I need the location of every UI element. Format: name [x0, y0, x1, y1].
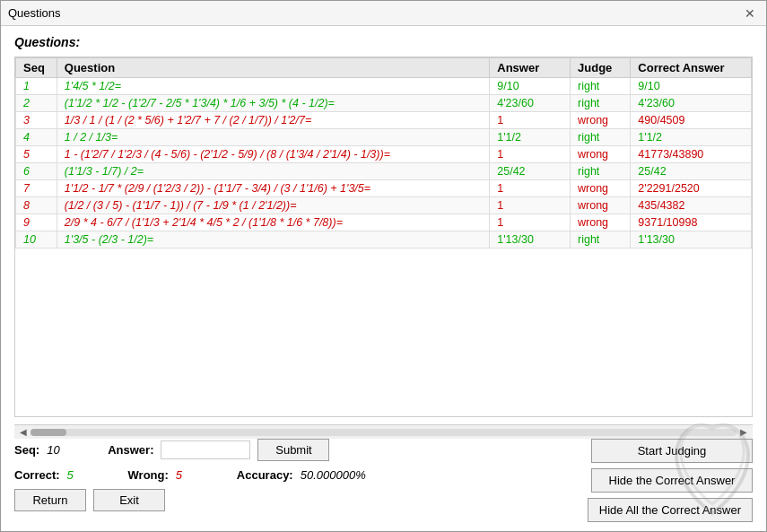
col-header-answer: Answer	[490, 58, 571, 78]
table-header-row: Seq Question Answer Judge Correct Answer	[16, 58, 752, 78]
cell-question: 1 / 2 / 1/3=	[57, 129, 489, 146]
table-row: 10 1'3/5 - (2/3 - 1/2)= 1'13/30 right 1'…	[16, 231, 752, 249]
cell-correct: 2'2291/2520	[631, 180, 752, 197]
cell-answer: 9/10	[490, 78, 571, 95]
cell-correct: 9371/10998	[631, 214, 752, 231]
questions-header: Questions:	[14, 35, 753, 49]
col-header-correct: Correct Answer	[631, 58, 752, 78]
content-area: Questions: Seq Question Answer Judge Cor…	[1, 26, 766, 531]
cell-question: (1'1/3 - 1/7) / 2=	[57, 163, 489, 180]
cell-judge: wrong	[571, 180, 631, 197]
cell-seq: 5	[16, 146, 57, 163]
answer-input[interactable]	[161, 440, 250, 459]
cell-question: 1'3/5 - (2/3 - 1/2)=	[57, 231, 489, 249]
cell-answer: 1	[490, 146, 571, 163]
cell-answer: 1	[490, 197, 571, 214]
table-row: 6 (1'1/3 - 1/7) / 2= 25/42 right 25/42	[16, 163, 752, 180]
window-title: Questions	[8, 6, 61, 20]
cell-judge: wrong	[571, 112, 631, 129]
cell-question: 1'1/2 - 1/7 * (2/9 / (1'2/3 / 2)) - (1'1…	[57, 180, 489, 197]
cell-judge: right	[571, 231, 631, 249]
cell-correct: 41773/43890	[631, 146, 752, 163]
exit-button[interactable]: Exit	[93, 489, 165, 511]
cell-seq: 8	[16, 197, 57, 214]
cell-question: (1'1/2 * 1/2 - (1'2/7 - 2/5 * 1'3/4) * 1…	[57, 95, 489, 112]
seq-label: Seq:	[14, 443, 39, 457]
cell-correct: 25/42	[631, 163, 752, 180]
close-button[interactable]: ✕	[741, 4, 759, 22]
cell-question: (1/2 / (3 / 5) - (1'1/7 - 1)) / (7 - 1/9…	[57, 197, 489, 214]
action-row: Return Exit	[14, 489, 579, 511]
cell-correct: 1'1/2	[631, 129, 752, 146]
hide-all-correct-button[interactable]: Hide All the Correct Answer	[588, 498, 753, 522]
cell-answer: 1	[490, 214, 571, 231]
cell-question: 1'4/5 * 1/2=	[57, 78, 489, 95]
table-row: 8 (1/2 / (3 / 5) - (1'1/7 - 1)) / (7 - 1…	[16, 197, 752, 214]
return-button[interactable]: Return	[14, 489, 86, 511]
accuracy-label: Accuracy:	[237, 468, 293, 482]
bottom-right: Start Judging Hide the Correct Answer Hi…	[588, 439, 753, 522]
bottom-left: Seq: 10 Answer: Submit Correct: 5 Wrong:…	[14, 439, 579, 511]
cell-seq: 9	[16, 214, 57, 231]
col-header-seq: Seq	[16, 58, 57, 78]
cell-seq: 2	[16, 95, 57, 112]
cell-correct: 9/10	[631, 78, 752, 95]
horizontal-scrollbar[interactable]: ◀ ▶	[14, 424, 753, 439]
wrong-label: Wrong:	[128, 468, 169, 482]
cell-seq: 10	[16, 231, 57, 249]
cell-question: 2/9 * 4 - 6/7 / (1'1/3 + 2'1/4 * 4/5 * 2…	[57, 214, 489, 231]
cell-answer: 1'13/30	[490, 231, 571, 249]
seq-answer-row: Seq: 10 Answer: Submit	[14, 439, 579, 461]
table-row: 9 2/9 * 4 - 6/7 / (1'1/3 + 2'1/4 * 4/5 *…	[16, 214, 752, 231]
cell-judge: right	[571, 78, 631, 95]
start-judging-button[interactable]: Start Judging	[591, 439, 753, 463]
table-row: 2 (1'1/2 * 1/2 - (1'2/7 - 2/5 * 1'3/4) *…	[16, 95, 752, 112]
cell-correct: 4'23/60	[631, 95, 752, 112]
table-row: 1 1'4/5 * 1/2= 9/10 right 9/10	[16, 78, 752, 95]
scroll-track[interactable]	[31, 429, 736, 436]
correct-value: 5	[67, 468, 121, 482]
cell-correct: 1'13/30	[631, 231, 752, 249]
col-header-question: Question	[57, 58, 489, 78]
questions-table: Seq Question Answer Judge Correct Answer…	[15, 57, 752, 249]
cell-answer: 1	[490, 180, 571, 197]
cell-correct: 490/4509	[631, 112, 752, 129]
bottom-panel: Seq: 10 Answer: Submit Correct: 5 Wrong:…	[14, 439, 753, 522]
cell-correct: 435/4382	[631, 197, 752, 214]
answer-label: Answer:	[108, 443, 153, 457]
cell-seq: 1	[16, 78, 57, 95]
scroll-right-btn[interactable]: ▶	[736, 427, 751, 437]
wrong-value: 5	[176, 468, 230, 482]
cell-seq: 7	[16, 180, 57, 197]
submit-button[interactable]: Submit	[257, 439, 329, 461]
cell-judge: wrong	[571, 146, 631, 163]
correct-label: Correct:	[14, 468, 60, 482]
cell-judge: right	[571, 95, 631, 112]
scroll-left-btn[interactable]: ◀	[16, 427, 31, 437]
seq-value: 10	[47, 443, 100, 457]
stats-row: Correct: 5 Wrong: 5 Accuracy: 50.000000%	[14, 468, 579, 482]
table-row: 7 1'1/2 - 1/7 * (2/9 / (1'2/3 / 2)) - (1…	[16, 180, 752, 197]
cell-question: 1/3 / 1 / (1 / (2 * 5/6) + 1'2/7 + 7 / (…	[57, 112, 489, 129]
cell-answer: 4'23/60	[490, 95, 571, 112]
col-header-judge: Judge	[571, 58, 631, 78]
table-row: 3 1/3 / 1 / (1 / (2 * 5/6) + 1'2/7 + 7 /…	[16, 112, 752, 129]
cell-answer: 1'1/2	[490, 129, 571, 146]
cell-judge: wrong	[571, 214, 631, 231]
scroll-thumb[interactable]	[31, 429, 66, 436]
table-row: 4 1 / 2 / 1/3= 1'1/2 right 1'1/2	[16, 129, 752, 146]
cell-judge: wrong	[571, 197, 631, 214]
table-row: 5 1 - (1'2/7 / 1'2/3 / (4 - 5/6) - (2'1/…	[16, 146, 752, 163]
cell-answer: 1	[490, 112, 571, 129]
cell-seq: 3	[16, 112, 57, 129]
cell-question: 1 - (1'2/7 / 1'2/3 / (4 - 5/6) - (2'1/2 …	[57, 146, 489, 163]
cell-judge: right	[571, 129, 631, 146]
accuracy-value: 50.000000%	[301, 468, 366, 482]
main-window: Questions ✕ Questions: Seq Question Answ…	[0, 0, 767, 532]
cell-judge: right	[571, 163, 631, 180]
cell-seq: 6	[16, 163, 57, 180]
hide-correct-button[interactable]: Hide the Correct Answer	[591, 468, 753, 493]
cell-answer: 25/42	[490, 163, 571, 180]
questions-table-container[interactable]: Seq Question Answer Judge Correct Answer…	[14, 57, 753, 417]
title-bar: Questions ✕	[1, 1, 766, 26]
